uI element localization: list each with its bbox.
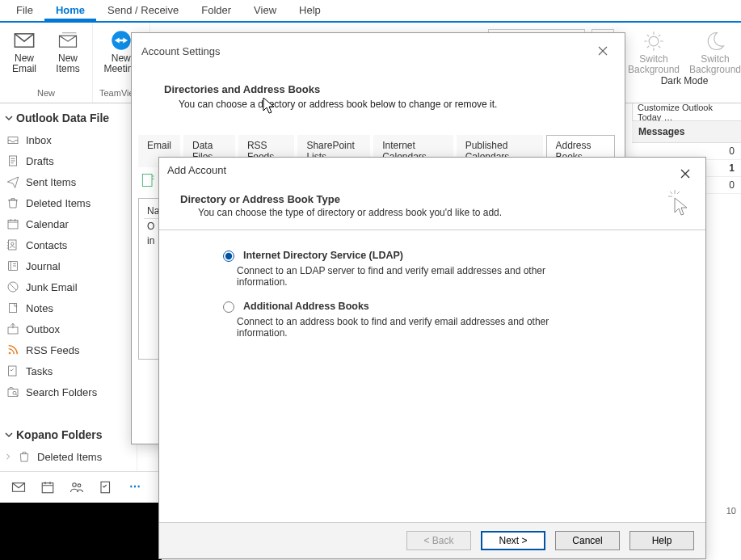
draft-icon	[6, 154, 19, 167]
menu-view[interactable]: View	[242, 0, 288, 21]
mail-icon[interactable]	[11, 480, 26, 495]
svg-point-14	[9, 352, 11, 355]
new-items-label: New Items	[56, 53, 79, 74]
opt-ldap-desc: Connect to an LDAP server to find and ve…	[237, 265, 576, 288]
dlg1-close-button[interactable]	[591, 41, 615, 61]
contacts-icon	[6, 238, 19, 251]
calendar-icon[interactable]	[40, 480, 55, 495]
dlg1-title: Account Settings	[141, 45, 221, 57]
ribbon-group-new-label: New	[37, 88, 55, 99]
cancel-button[interactable]: Cancel	[555, 531, 620, 550]
dlg1-heading: Directories and Address Books	[164, 83, 608, 95]
nav-label: Sent Items	[26, 176, 76, 188]
switch-bg-button-1[interactable]: Switch Background	[628, 30, 680, 75]
dlg2-options: Internet Directory Service (LDAP) Connec…	[159, 230, 705, 366]
dark-mode-label: Dark Mode	[628, 75, 741, 86]
close-icon	[598, 46, 608, 56]
outbox-icon	[6, 322, 19, 335]
svg-point-9	[11, 242, 14, 245]
searchfolder-icon	[6, 385, 19, 398]
option-ldap[interactable]: Internet Directory Service (LDAP) Connec…	[219, 248, 673, 288]
dlg2-heading: Directory or Address Book Type	[180, 193, 684, 205]
messages-header: Messages	[632, 121, 741, 143]
menu-send-receive[interactable]: Send / Receive	[96, 0, 190, 21]
trash-icon	[6, 196, 19, 209]
nav-label: Deleted Items	[26, 197, 91, 209]
section-kopano[interactable]: Kopano Folders	[0, 423, 137, 446]
nav-item-search-folders[interactable]: Search Folders	[0, 381, 137, 402]
menu-file[interactable]: File	[5, 0, 44, 21]
more-icon[interactable]: ⋯	[128, 480, 142, 495]
folder-sidebar: Outlook Data File InboxDraftsSent ItemsD…	[0, 103, 137, 503]
nav-item-contacts[interactable]: Contacts	[0, 234, 137, 255]
option-additional[interactable]: Additional Address Books Connect to an a…	[219, 299, 673, 339]
nav-label: Outbox	[26, 323, 60, 335]
nav-item-outbox[interactable]: Outbox	[0, 318, 137, 339]
inbox-icon	[6, 133, 19, 146]
svg-rect-12	[9, 304, 16, 313]
sun-icon	[642, 30, 665, 53]
nav-label: Search Folders	[26, 386, 97, 398]
menu-bar: File Home Send / Receive Folder View Hel…	[0, 0, 741, 23]
close-icon	[680, 169, 690, 179]
chevron-down-icon	[5, 114, 13, 122]
svg-rect-7	[8, 220, 18, 229]
envelope-icon	[13, 29, 36, 52]
nav-item-rss-feeds[interactable]: RSS Feeds	[0, 339, 137, 360]
new-items-button[interactable]: New Items	[50, 29, 86, 74]
radio-ldap[interactable]	[223, 251, 234, 262]
svg-rect-19	[42, 483, 53, 493]
back-button: < Back	[406, 531, 471, 550]
nav-item-kopano-deleted[interactable]: Deleted Items	[0, 446, 137, 467]
ribbon-group-new: New Email New Items New	[0, 23, 93, 103]
calendar-icon	[6, 217, 19, 230]
dlg2-title: Add Account	[167, 164, 226, 183]
nav-label: Deleted Items	[37, 451, 102, 463]
people-icon[interactable]	[69, 480, 84, 495]
section2-title: Kopano Folders	[16, 428, 103, 441]
svg-point-21	[78, 484, 81, 487]
opt-add-desc: Connect to an address book to find and v…	[237, 316, 576, 339]
nav-item-journal[interactable]: Journal	[0, 255, 137, 276]
menu-home[interactable]: Home	[44, 0, 96, 21]
switch-bg1-label: Switch Background	[628, 54, 680, 75]
add-account-dialog: Add Account Directory or Address Book Ty…	[158, 157, 706, 559]
trash-icon	[18, 450, 31, 463]
tasks-icon[interactable]	[99, 480, 113, 495]
nav-label: Junk Email	[26, 281, 78, 293]
next-button[interactable]: Next >	[481, 531, 545, 550]
nav-item-junk-email[interactable]: Junk Email	[0, 276, 137, 297]
menu-folder[interactable]: Folder	[190, 0, 242, 21]
nav-item-inbox[interactable]: Inbox	[0, 129, 137, 150]
nav-label: RSS Feeds	[26, 344, 79, 356]
svg-rect-22	[101, 482, 110, 493]
nav-label: Drafts	[26, 155, 54, 167]
dlg2-footer: < Back Next > Cancel Help	[159, 522, 705, 558]
nav-item-sent-items[interactable]: Sent Items	[0, 171, 137, 192]
customize-outlook-link[interactable]: Customize Outlook Today …	[632, 103, 741, 121]
nav-item-tasks[interactable]: Tasks	[0, 360, 137, 381]
opt-add-label: Additional Address Books	[243, 301, 369, 312]
svg-rect-23	[142, 175, 152, 187]
svg-point-20	[73, 483, 77, 487]
teamviewer-icon	[110, 29, 133, 52]
envelope-stack-icon	[57, 29, 79, 52]
help-button[interactable]: Help	[629, 531, 694, 550]
svg-point-3	[649, 36, 659, 46]
section-outlook-data-file[interactable]: Outlook Data File	[0, 107, 137, 129]
nav-item-deleted-items[interactable]: Deleted Items	[0, 192, 137, 213]
radio-additional[interactable]	[223, 301, 234, 313]
menu-help[interactable]: Help	[288, 0, 332, 21]
switch-bg2-label: Switch Background	[689, 54, 741, 75]
nav-item-notes[interactable]: Notes	[0, 297, 137, 318]
book-toolbar-icon[interactable]	[140, 172, 156, 188]
switch-bg-button-2[interactable]: Switch Background	[689, 30, 741, 75]
nav-item-calendar[interactable]: Calendar	[0, 213, 137, 234]
tasks-icon	[6, 364, 19, 377]
junk-icon	[6, 280, 19, 293]
dlg2-close-button[interactable]	[673, 164, 697, 183]
new-email-button[interactable]: New Email	[6, 29, 42, 74]
nav-label: Notes	[26, 302, 53, 314]
black-footer	[0, 503, 162, 560]
nav-item-drafts[interactable]: Drafts	[0, 150, 137, 171]
